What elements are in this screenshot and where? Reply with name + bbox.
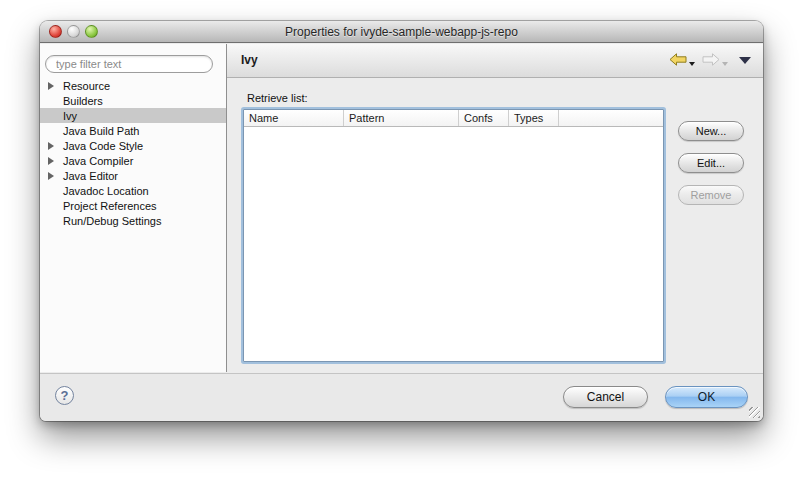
tree-item-label: Run/Debug Settings: [63, 215, 161, 227]
column-header-name[interactable]: Name: [244, 110, 344, 126]
minimize-button[interactable]: [67, 25, 80, 38]
expand-triangle-icon[interactable]: [48, 82, 54, 90]
window-title: Properties for ivyde-sample-webapp-js-re…: [40, 21, 763, 43]
ok-button[interactable]: OK: [665, 386, 748, 408]
ivy-settings-page: Retrieve list: Name Pattern Confs Types …: [227, 79, 763, 372]
zoom-button[interactable]: [85, 25, 98, 38]
retrieve-list-label: Retrieve list:: [247, 92, 308, 104]
tree-item-label: Ivy: [63, 110, 77, 122]
expand-triangle-icon[interactable]: [48, 172, 54, 180]
help-button[interactable]: ?: [55, 386, 74, 405]
tree-item-javadoc-location[interactable]: Javadoc Location: [40, 183, 226, 198]
tree-item-label: Resource: [63, 80, 110, 92]
expand-triangle-icon[interactable]: [48, 142, 54, 150]
tree-item-label: Java Build Path: [63, 125, 139, 137]
tree-item-label: Java Compiler: [63, 155, 133, 167]
expand-triangle-icon[interactable]: [48, 157, 54, 165]
tree-item-java-build-path[interactable]: Java Build Path: [40, 123, 226, 138]
table-header-row: Name Pattern Confs Types: [244, 110, 663, 127]
edit-button[interactable]: Edit...: [678, 153, 744, 173]
titlebar[interactable]: Properties for ivyde-sample-webapp-js-re…: [40, 21, 763, 43]
column-header-pattern[interactable]: Pattern: [344, 110, 459, 126]
traffic-lights: [49, 25, 98, 38]
resize-grip[interactable]: [749, 407, 760, 418]
cancel-button[interactable]: Cancel: [563, 386, 648, 408]
tree-item-ivy[interactable]: Ivy: [40, 108, 226, 123]
filter-input[interactable]: [45, 55, 213, 73]
tree-item-project-references[interactable]: Project References: [40, 198, 226, 213]
forward-dropdown-icon: [722, 62, 728, 66]
new-button[interactable]: New...: [678, 121, 744, 141]
tree-item-label: Javadoc Location: [63, 185, 149, 197]
column-header-types[interactable]: Types: [509, 110, 559, 126]
dialog-footer: ? Cancel OK: [40, 373, 763, 421]
column-header-blank: [559, 110, 663, 126]
tree-item-run-debug-settings[interactable]: Run/Debug Settings: [40, 213, 226, 228]
tree-item-java-compiler[interactable]: Java Compiler: [40, 153, 226, 168]
tree-item-resource[interactable]: Resource: [40, 78, 226, 93]
forward-arrow-icon: [702, 52, 720, 70]
sidebar: Resource Builders Ivy Java Build Path Ja…: [40, 44, 226, 372]
tree-item-label: Java Editor: [63, 170, 118, 182]
tree-item-java-editor[interactable]: Java Editor: [40, 168, 226, 183]
column-header-confs[interactable]: Confs: [459, 110, 509, 126]
page-title: Ivy: [241, 44, 258, 77]
tree-item-label: Project References: [63, 200, 157, 212]
close-button[interactable]: [49, 25, 62, 38]
properties-dialog: Properties for ivyde-sample-webapp-js-re…: [40, 21, 763, 421]
tree-item-label: Java Code Style: [63, 140, 143, 152]
retrieve-list-table[interactable]: Name Pattern Confs Types: [243, 109, 664, 362]
remove-button: Remove: [678, 185, 744, 205]
view-menu-icon[interactable]: [739, 57, 751, 64]
back-dropdown-icon[interactable]: [689, 62, 695, 66]
tree-item-builders[interactable]: Builders: [40, 93, 226, 108]
back-arrow-icon[interactable]: [669, 52, 687, 70]
page-header: Ivy: [227, 44, 763, 78]
page-nav: [669, 44, 751, 77]
filter-field-wrap: [45, 54, 213, 72]
tree-item-label: Builders: [63, 95, 103, 107]
tree-item-java-code-style[interactable]: Java Code Style: [40, 138, 226, 153]
